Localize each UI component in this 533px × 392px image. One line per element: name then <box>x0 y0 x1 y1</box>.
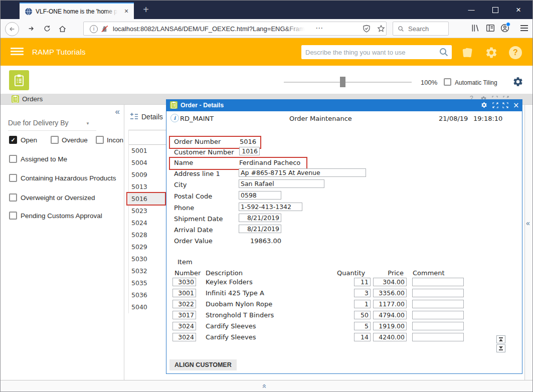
forward-button[interactable] <box>25 22 38 35</box>
sidebar-toggle-icon[interactable] <box>486 24 495 33</box>
dialog-maximize-icon[interactable] <box>492 102 498 108</box>
help-icon[interactable]: ? <box>509 46 522 59</box>
right-panel-expand-icon[interactable]: « <box>526 219 530 227</box>
browser-tab[interactable]: VLF-ONE home is the 'home pa × <box>20 3 134 19</box>
new-tab-button[interactable]: + <box>139 3 153 17</box>
postal-code-input[interactable] <box>239 191 281 200</box>
item-number-input[interactable] <box>172 278 196 286</box>
insecure-lock-icon[interactable] <box>101 25 108 33</box>
item-comment-input[interactable] <box>412 333 464 341</box>
filter-checkbox-hazardous[interactable] <box>9 174 17 182</box>
app-search-icon[interactable] <box>439 47 449 57</box>
item-comment-input[interactable] <box>412 289 464 297</box>
filter-checkbox-incoming[interactable] <box>96 136 104 144</box>
reload-button[interactable] <box>41 22 54 35</box>
dropdown-arrow-icon[interactable]: ▼ <box>86 121 90 126</box>
home-button[interactable] <box>56 22 69 35</box>
filter-checkbox-open[interactable] <box>9 136 17 144</box>
filter-checkbox-overweight[interactable] <box>9 193 17 202</box>
panel-collapse-icon[interactable]: « <box>115 107 120 117</box>
browser-menu-icon[interactable] <box>520 25 528 33</box>
back-button[interactable] <box>5 22 19 36</box>
align-customer-button[interactable]: ALIGN CUSTOMER <box>169 359 237 370</box>
filter-checkbox-assigned[interactable] <box>9 155 17 163</box>
order-list-item[interactable]: 5035 <box>129 277 167 289</box>
app-search-input[interactable] <box>301 45 452 59</box>
cards-layers-icon[interactable] <box>461 46 474 59</box>
dialog-gear-icon[interactable] <box>481 102 487 108</box>
arrival-date-input[interactable] <box>239 225 281 233</box>
item-comment-input[interactable] <box>412 300 464 308</box>
item-quantity-input[interactable] <box>354 278 371 286</box>
orders-launcher-button[interactable] <box>9 70 29 90</box>
phone-input[interactable] <box>239 203 302 211</box>
filter-checkbox-overdue[interactable] <box>51 136 59 144</box>
item-quantity-input[interactable] <box>354 333 371 341</box>
bottom-panel-expand-icon[interactable]: « <box>261 384 269 388</box>
order-item-row: Cardify Sleeves <box>166 322 522 331</box>
scroll-to-top-button[interactable] <box>496 335 505 343</box>
settings-gear-icon[interactable] <box>485 46 498 59</box>
order-list-item[interactable]: 5023 <box>129 205 167 217</box>
window-maximize-button[interactable] <box>484 1 506 19</box>
window-minimize-button[interactable]: — <box>460 1 482 19</box>
automatic-tiling-checkbox[interactable] <box>444 78 451 86</box>
item-number-input[interactable] <box>172 333 196 341</box>
zoom-slider-track[interactable] <box>284 82 412 83</box>
item-number-input[interactable] <box>172 311 196 319</box>
library-icon[interactable] <box>471 24 480 33</box>
item-price-input[interactable] <box>373 278 407 286</box>
item-price-input[interactable] <box>373 333 407 341</box>
item-quantity-input[interactable] <box>354 289 371 297</box>
order-list-item[interactable]: 5024 <box>129 217 167 229</box>
item-price-input[interactable] <box>373 311 407 319</box>
item-comment-input[interactable] <box>412 278 464 286</box>
item-quantity-input[interactable] <box>354 300 371 308</box>
order-list-item[interactable]: 5009 <box>129 169 167 181</box>
city-input[interactable] <box>239 179 324 188</box>
due-for-delivery-dropdown[interactable]: Due for Delivery By <box>8 119 69 127</box>
customer-number-input[interactable] <box>239 147 260 155</box>
item-price-input[interactable] <box>373 300 407 308</box>
item-number-input[interactable] <box>172 300 196 308</box>
dialog-titlebar[interactable]: Order - Details × <box>166 100 522 111</box>
order-list-item[interactable]: 5030 <box>129 253 167 265</box>
dialog-title: Order - Details <box>181 102 224 109</box>
item-price-input[interactable] <box>373 289 407 297</box>
order-list-item[interactable]: 5016 <box>129 193 167 205</box>
order-list-item[interactable]: 5001 <box>129 145 167 157</box>
window-close-button[interactable]: × <box>507 1 529 19</box>
zoom-slider-handle[interactable] <box>340 77 345 87</box>
item-comment-input[interactable] <box>412 322 464 330</box>
page-actions-icon[interactable]: ⋯ <box>315 24 323 33</box>
item-price-input[interactable] <box>373 322 407 330</box>
order-list-item[interactable]: 5036 <box>129 289 167 301</box>
scroll-to-bottom-button[interactable] <box>496 344 505 352</box>
order-list-item[interactable]: 5028 <box>129 229 167 241</box>
bookmark-star-icon[interactable] <box>377 25 385 33</box>
item-quantity-input[interactable] <box>354 311 371 319</box>
order-list-item[interactable]: 5032 <box>129 265 167 277</box>
item-number-input[interactable] <box>172 289 196 297</box>
item-number-input[interactable] <box>172 322 196 330</box>
layout-settings-gear-icon[interactable] <box>512 76 523 87</box>
url-bar[interactable]: i localhost:8082/LANSA6/DEM/UF_OEXEC.htm… <box>83 22 387 36</box>
tab-close-icon[interactable]: × <box>122 7 131 16</box>
item-comment-input[interactable] <box>412 311 464 319</box>
filter-checkbox-customs[interactable] <box>9 212 17 220</box>
app-menu-icon[interactable] <box>11 48 24 57</box>
order-list-item[interactable]: 5029 <box>129 241 167 253</box>
order-list-item[interactable]: 5004 <box>129 157 167 169</box>
dialog-close-icon[interactable]: × <box>513 100 519 110</box>
item-quantity-input[interactable] <box>354 322 371 330</box>
dialog-restore-icon[interactable] <box>502 102 508 108</box>
order-list-item[interactable]: 5013 <box>129 181 167 193</box>
order-list-item[interactable]: 5040 <box>129 301 167 313</box>
site-info-icon[interactable]: i <box>90 25 98 33</box>
address1-input[interactable] <box>239 168 366 177</box>
profile-account-icon[interactable] <box>500 24 509 33</box>
tab-details[interactable]: Details <box>141 113 163 121</box>
browser-search-bar[interactable]: Search <box>393 22 449 36</box>
pocket-shield-icon[interactable] <box>363 25 371 33</box>
shipment-date-input[interactable] <box>239 214 281 222</box>
